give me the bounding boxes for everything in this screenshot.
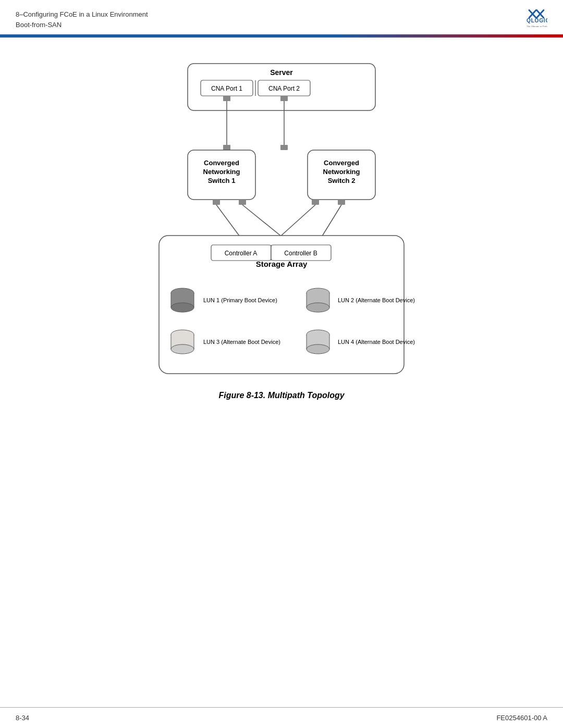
- svg-rect-17: [223, 145, 230, 150]
- diagram-area: Server CNA Port 1 CNA Port 2 Converged N…: [0, 38, 563, 411]
- svg-text:CNA Port 1: CNA Port 1: [211, 85, 242, 92]
- svg-text:LUN 1 (Primary Boot Device): LUN 1 (Primary Boot Device): [203, 297, 277, 303]
- footer-doc-number: FE0254601-00 A: [496, 714, 547, 722]
- page-header: 8–Configuring FCoE in a Linux Environmen…: [0, 0, 563, 34]
- svg-text:Controller A: Controller A: [225, 250, 258, 257]
- svg-text:Server: Server: [270, 68, 293, 77]
- svg-text:CNA Port 2: CNA Port 2: [268, 85, 300, 92]
- footer-page-number: 8-34: [16, 714, 29, 722]
- qlogic-logo: QLOGIC The Ultimate in Performance: [506, 9, 547, 30]
- figure-caption: Figure 8-13. Multipath Topology: [218, 391, 344, 400]
- svg-text:Networking: Networking: [203, 168, 240, 176]
- svg-text:QLOGIC: QLOGIC: [527, 18, 547, 23]
- svg-point-60: [171, 344, 194, 354]
- header-text: 8–Configuring FCoE in a Linux Environmen…: [16, 9, 148, 30]
- topology-diagram: Server CNA Port 1 CNA Port 2 Converged N…: [99, 58, 464, 381]
- header-line1: 8–Configuring FCoE in a Linux Environmen…: [16, 9, 148, 20]
- svg-text:LUN 4 (Alternate Boot Device): LUN 4 (Alternate Boot Device): [338, 339, 415, 345]
- svg-rect-27: [213, 200, 220, 205]
- svg-rect-29: [312, 200, 319, 205]
- header-line2: Boot-from-SAN: [16, 20, 148, 30]
- svg-text:Switch 1: Switch 1: [208, 177, 236, 184]
- svg-text:The Ultimate in Performance: The Ultimate in Performance: [527, 25, 547, 28]
- svg-text:Switch 2: Switch 2: [328, 177, 356, 184]
- svg-text:Networking: Networking: [323, 168, 360, 176]
- svg-text:LUN 2 (Alternate Boot Device): LUN 2 (Alternate Boot Device): [338, 297, 415, 303]
- svg-rect-14: [280, 96, 288, 101]
- svg-text:Converged: Converged: [324, 159, 359, 167]
- svg-point-54: [307, 303, 329, 312]
- svg-rect-18: [280, 145, 288, 150]
- svg-text:Converged: Converged: [204, 159, 239, 167]
- logo-area: QLOGIC The Ultimate in Performance: [506, 9, 547, 30]
- svg-point-66: [307, 344, 329, 354]
- svg-rect-28: [239, 200, 246, 205]
- svg-point-48: [171, 303, 194, 312]
- svg-text:LUN 3 (Alternate Boot Device): LUN 3 (Alternate Boot Device): [203, 339, 280, 345]
- svg-rect-30: [338, 200, 345, 205]
- page-footer: 8-34 FE0254601-00 A: [0, 707, 563, 728]
- svg-rect-13: [223, 96, 230, 101]
- svg-text:Controller B: Controller B: [284, 250, 317, 257]
